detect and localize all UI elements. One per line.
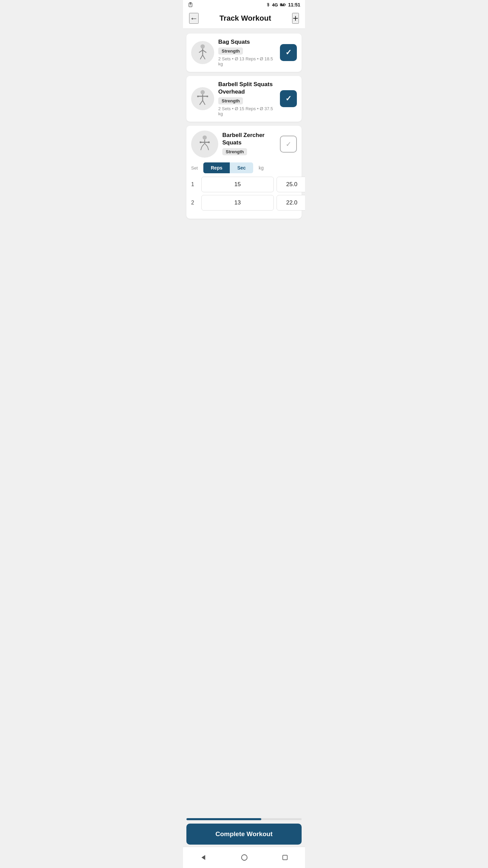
svg-line-27 [205,143,207,147]
main-content: Bag Squats Strength 2 Sets • Ø 13 Reps •… [183,29,305,817]
bluetooth-icon [266,2,270,7]
bottom-nav [183,847,305,868]
svg-point-8 [201,44,205,48]
exercise-name-2: Barbell Split Squats Overhead [218,81,276,96]
progress-bar [186,818,261,820]
svg-rect-24 [208,142,210,143]
add-button[interactable]: + [292,13,299,24]
set-2-reps-input[interactable] [201,195,274,211]
check-btn-3[interactable]: ✓ [280,136,297,153]
sec-toggle-btn[interactable]: Sec [230,162,253,173]
check-btn-2[interactable]: ✓ [280,90,297,107]
status-bar: 4G 11:51 [183,0,305,9]
svg-rect-16 [197,96,199,97]
avatar-bag-squats [191,41,214,64]
set-1-kg-input[interactable] [277,177,305,192]
exercise-card-zercher: Barbell Zercher Squats Strength ✓ Set Re… [186,126,302,219]
back-triangle-icon [200,854,207,861]
status-left [188,2,193,7]
exercise-name-1: Bag Squats [218,38,276,46]
svg-point-14 [201,90,205,94]
svg-rect-23 [200,142,201,143]
exercise-tag-3: Strength [222,148,247,155]
reps-sec-toggle: Reps Sec [203,162,253,173]
set-number-1: 1 [191,181,199,188]
set-column-label: Set [191,165,201,171]
kg-column-label: kg [259,165,264,171]
checkmark-outline-icon: ✓ [286,140,291,148]
set-row-1: 1 [191,177,297,192]
svg-line-20 [203,100,205,105]
nav-recent-button[interactable] [275,852,295,863]
svg-point-35 [242,855,247,861]
avatar-figure-2 [194,90,212,108]
status-right: 4G 11:51 [266,2,300,7]
svg-rect-36 [283,855,287,860]
svg-rect-5 [285,4,286,5]
set-2-kg-input[interactable] [277,195,305,211]
svg-line-28 [201,147,202,150]
battery-icon [280,3,286,7]
recent-square-icon [282,854,288,861]
set-1-reps-input[interactable] [201,177,274,192]
reps-toggle-btn[interactable]: Reps [203,162,230,173]
exercise-card-barbell-split: Barbell Split Squats Overhead Strength 2… [186,76,302,122]
exercise-header: Bag Squats Strength 2 Sets • Ø 13 Reps •… [191,38,297,66]
home-circle-icon [241,854,248,861]
avatar-figure-1 [194,43,212,62]
nav-back-button[interactable] [193,852,214,863]
exercise-stats-1: 2 Sets • Ø 13 Reps • Ø 18.5 kg [218,56,276,66]
set-number-2: 2 [191,200,199,206]
sets-header: Set Reps Sec kg [191,162,297,173]
page-title: Track Workout [220,14,271,23]
exercise-card-bag-squats: Bag Squats Strength 2 Sets • Ø 13 Reps •… [186,34,302,72]
checkmark-icon-1: ✓ [285,48,291,57]
exercise-info-3: Barbell Zercher Squats Strength [222,132,276,157]
svg-point-21 [203,136,207,140]
svg-line-19 [200,100,203,105]
avatar-barbell-split [191,87,214,110]
avatar-zercher [191,131,218,158]
clipboard-icon [188,2,193,7]
svg-line-26 [202,143,205,147]
svg-line-10 [199,50,203,52]
exercise-info-1: Bag Squats Strength 2 Sets • Ø 13 Reps •… [218,38,276,66]
check-btn-1[interactable]: ✓ [280,44,297,61]
nav-home-button[interactable] [234,852,255,863]
sets-section: Set Reps Sec kg 1 2 [191,162,297,211]
exercise-tag-1: Strength [218,47,243,55]
svg-line-13 [203,55,205,59]
svg-line-12 [200,55,203,59]
exercise-tag-2: Strength [218,97,243,104]
svg-rect-17 [207,96,208,97]
exercise-name-3: Barbell Zercher Squats [222,132,276,146]
set-row-2: 2 [191,195,297,211]
back-button[interactable]: ← [189,13,199,24]
exercise-header-3: Barbell Zercher Squats Strength ✓ [191,131,297,158]
time-display: 11:51 [288,2,300,7]
exercise-info-2: Barbell Split Squats Overhead Strength 2… [218,81,276,116]
exercise-stats-2: 2 Sets • Ø 15 Reps • Ø 37.5 kg [218,106,276,116]
checkmark-icon-2: ✓ [285,94,291,103]
network-indicator: 4G [272,2,278,7]
svg-rect-7 [282,3,283,5]
complete-workout-button[interactable]: Complete Workout [186,824,302,845]
avatar-figure-3 [196,135,214,153]
exercise-header-2: Barbell Split Squats Overhead Strength 2… [191,81,297,116]
svg-line-11 [203,50,206,52]
svg-marker-34 [202,855,205,860]
svg-line-29 [207,147,208,150]
progress-area [186,818,302,820]
top-nav: ← Track Workout + [183,9,305,29]
